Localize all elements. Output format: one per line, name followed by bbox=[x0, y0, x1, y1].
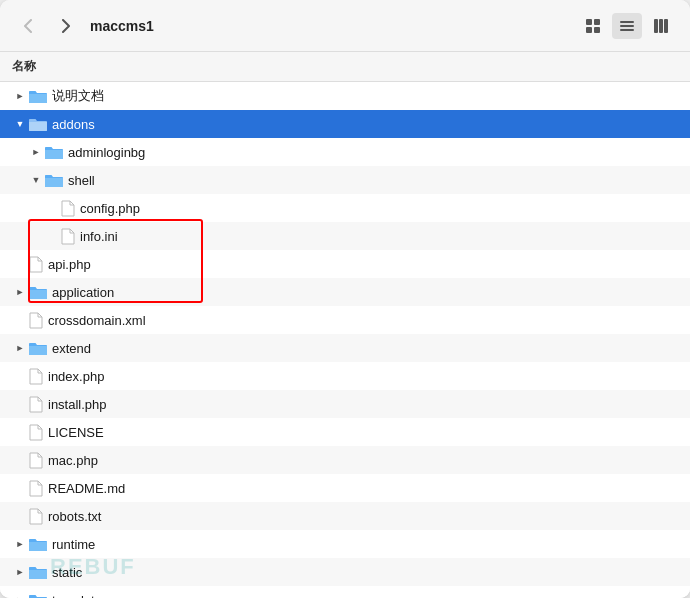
list-item[interactable]: ► adminloginbg bbox=[0, 138, 690, 166]
item-label: template bbox=[52, 593, 102, 599]
list-item[interactable]: robots.txt bbox=[0, 502, 690, 530]
toggle-icon bbox=[12, 480, 28, 496]
folder-icon bbox=[28, 284, 48, 300]
toggle-icon[interactable]: ► bbox=[12, 592, 28, 598]
item-label: robots.txt bbox=[48, 509, 101, 524]
svg-rect-8 bbox=[659, 19, 663, 33]
folder-icon bbox=[44, 144, 64, 160]
toggle-icon bbox=[44, 228, 60, 244]
list-item[interactable]: ► static bbox=[0, 558, 690, 586]
list-item[interactable]: ▼ shell bbox=[0, 166, 690, 194]
item-label: config.php bbox=[80, 201, 140, 216]
list-item[interactable]: mac.php bbox=[0, 446, 690, 474]
item-label: application bbox=[52, 285, 114, 300]
svg-rect-9 bbox=[664, 19, 668, 33]
file-icon bbox=[60, 227, 76, 245]
view-controls bbox=[578, 13, 676, 39]
svg-rect-0 bbox=[586, 19, 592, 25]
folder-icon bbox=[28, 340, 48, 356]
item-label: api.php bbox=[48, 257, 91, 272]
toggle-icon[interactable]: ▼ bbox=[12, 116, 28, 132]
svg-rect-3 bbox=[594, 27, 600, 33]
item-label: runtime bbox=[52, 537, 95, 552]
toggle-icon[interactable]: ► bbox=[12, 536, 28, 552]
window-title: maccms1 bbox=[90, 18, 568, 34]
list-view-button[interactable] bbox=[612, 13, 642, 39]
item-label: static bbox=[52, 565, 82, 580]
grid-view-button[interactable] bbox=[578, 13, 608, 39]
finder-window: maccms1 bbox=[0, 0, 690, 598]
file-icon bbox=[28, 451, 44, 469]
list-item[interactable]: index.php bbox=[0, 362, 690, 390]
file-icon bbox=[28, 507, 44, 525]
item-label: info.ini bbox=[80, 229, 118, 244]
toggle-icon bbox=[12, 256, 28, 272]
list-item[interactable]: info.ini bbox=[0, 222, 690, 250]
item-label: LICENSE bbox=[48, 425, 104, 440]
file-icon bbox=[28, 311, 44, 329]
svg-rect-7 bbox=[654, 19, 658, 33]
toggle-icon[interactable]: ► bbox=[28, 144, 44, 160]
list-item[interactable]: ▼ addons bbox=[0, 110, 690, 138]
columns-view-button[interactable] bbox=[646, 13, 676, 39]
svg-rect-6 bbox=[620, 29, 634, 31]
item-label: crossdomain.xml bbox=[48, 313, 146, 328]
svg-rect-1 bbox=[594, 19, 600, 25]
folder-icon bbox=[28, 116, 48, 132]
toggle-icon[interactable]: ► bbox=[12, 564, 28, 580]
folder-icon bbox=[28, 88, 48, 104]
toggle-icon bbox=[12, 508, 28, 524]
list-item[interactable]: install.php bbox=[0, 390, 690, 418]
toggle-icon bbox=[12, 368, 28, 384]
list-item[interactable]: ► runtime bbox=[0, 530, 690, 558]
toggle-icon[interactable]: ▼ bbox=[28, 172, 44, 188]
toggle-icon bbox=[12, 424, 28, 440]
list-item[interactable]: LICENSE bbox=[0, 418, 690, 446]
item-label: README.md bbox=[48, 481, 125, 496]
list-item[interactable]: ► template bbox=[0, 586, 690, 598]
folder-icon bbox=[44, 172, 64, 188]
forward-button[interactable] bbox=[52, 12, 80, 40]
toggle-icon bbox=[12, 452, 28, 468]
folder-icon bbox=[28, 592, 48, 598]
item-label: 说明文档 bbox=[52, 87, 104, 105]
list-item[interactable]: api.php bbox=[0, 250, 690, 278]
toggle-icon bbox=[44, 200, 60, 216]
list-item[interactable]: ► application bbox=[0, 278, 690, 306]
list-item[interactable]: README.md bbox=[0, 474, 690, 502]
file-icon bbox=[60, 199, 76, 217]
toggle-icon[interactable]: ► bbox=[12, 284, 28, 300]
toggle-icon bbox=[12, 312, 28, 328]
item-label: shell bbox=[68, 173, 95, 188]
svg-rect-4 bbox=[620, 21, 634, 23]
item-label: mac.php bbox=[48, 453, 98, 468]
svg-rect-5 bbox=[620, 25, 634, 27]
back-button[interactable] bbox=[14, 12, 42, 40]
name-column-header: 名称 bbox=[12, 58, 36, 75]
file-icon bbox=[28, 479, 44, 497]
file-icon bbox=[28, 395, 44, 413]
file-list: ► 说明文档▼ addons► adminloginbg▼ shell conf… bbox=[0, 82, 690, 598]
toggle-icon bbox=[12, 396, 28, 412]
list-item[interactable]: ► 说明文档 bbox=[0, 82, 690, 110]
item-label: extend bbox=[52, 341, 91, 356]
titlebar: maccms1 bbox=[0, 0, 690, 52]
list-item[interactable]: crossdomain.xml bbox=[0, 306, 690, 334]
toggle-icon[interactable]: ► bbox=[12, 88, 28, 104]
item-label: install.php bbox=[48, 397, 107, 412]
item-label: adminloginbg bbox=[68, 145, 145, 160]
toggle-icon[interactable]: ► bbox=[12, 340, 28, 356]
folder-icon bbox=[28, 536, 48, 552]
svg-rect-2 bbox=[586, 27, 592, 33]
item-label: addons bbox=[52, 117, 95, 132]
file-icon bbox=[28, 423, 44, 441]
file-icon bbox=[28, 367, 44, 385]
file-icon bbox=[28, 255, 44, 273]
column-header: 名称 bbox=[0, 52, 690, 82]
item-label: index.php bbox=[48, 369, 104, 384]
list-item[interactable]: ► extend bbox=[0, 334, 690, 362]
list-item[interactable]: config.php bbox=[0, 194, 690, 222]
folder-icon bbox=[28, 564, 48, 580]
